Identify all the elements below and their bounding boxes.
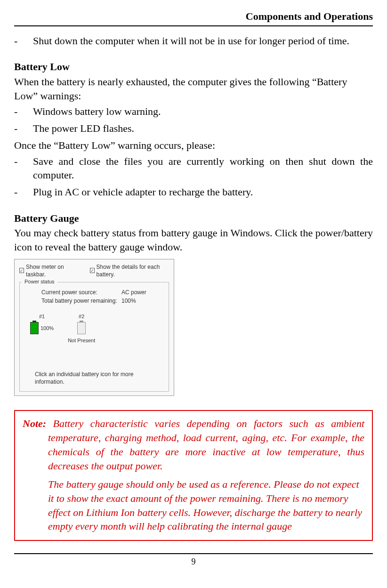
- note-text: Battery characteristic varies depending …: [48, 418, 364, 471]
- checkbox-show-details[interactable]: ✓ Show the details for each battery.: [90, 263, 169, 278]
- battery-percentage: 100%: [40, 325, 54, 332]
- checkbox-icon: ✓: [90, 268, 95, 273]
- power-status-label: Current power source:: [41, 289, 121, 296]
- page-number: 9: [192, 557, 196, 566]
- battery-id: #2: [79, 313, 84, 320]
- power-status-group: Power status Current power source: AC po…: [19, 282, 169, 392]
- power-status-value: 100%: [121, 297, 136, 305]
- dialog-hint-text: Click an individual battery icon for mor…: [24, 371, 164, 386]
- section-heading-battery-gauge: Battery Gauge: [14, 211, 373, 226]
- battery-col-1: #1 100%: [30, 313, 54, 344]
- list-item: - Windows battery low warning.: [14, 105, 373, 119]
- paragraph: Once the “Battery Low” warning occurs, p…: [14, 138, 373, 153]
- checkbox-label: Show the details for each battery.: [97, 263, 169, 278]
- note-paragraph: Note: Battery characteristic varies depe…: [23, 417, 364, 473]
- bullet-dash: -: [14, 105, 33, 119]
- page-footer: 9: [14, 553, 373, 567]
- battery-icons-row: #1 100% #2 Not Present: [24, 313, 164, 344]
- bullet-text: Windows battery low warning.: [33, 105, 373, 119]
- page-header: Components and Operations: [14, 9, 373, 26]
- battery-status: Not Present: [68, 337, 95, 344]
- power-status-label: Total battery power remaining:: [41, 297, 121, 305]
- bullet-text: Plug in AC or vehicle adapter to recharg…: [33, 185, 373, 199]
- battery-gauge-dialog: ✓ Show meter on taskbar. ✓ Show the deta…: [14, 259, 174, 396]
- power-status-value: AC power: [121, 289, 146, 296]
- dialog-checkbox-row: ✓ Show meter on taskbar. ✓ Show the deta…: [19, 263, 169, 278]
- bullet-dash: -: [14, 154, 33, 182]
- list-item: - Plug in AC or vehicle adapter to recha…: [14, 185, 373, 199]
- bullet-text: Save and close the files you are current…: [33, 154, 373, 182]
- bullet-text: The power LED flashes.: [33, 121, 373, 136]
- section-heading-battery-low: Battery Low: [14, 60, 373, 74]
- list-item: - The power LED flashes.: [14, 121, 373, 136]
- paragraph: When the battery is nearly exhausted, th…: [14, 75, 373, 103]
- battery-row: 100%: [30, 322, 54, 334]
- checkbox-label: Show meter on taskbar.: [26, 263, 78, 278]
- list-item: - Shut down the computer when it will no…: [14, 34, 373, 48]
- checkbox-show-meter[interactable]: ✓ Show meter on taskbar.: [19, 263, 78, 278]
- battery-empty-icon[interactable]: [77, 322, 86, 334]
- checkbox-icon: ✓: [19, 268, 24, 273]
- group-border-segment: [57, 282, 169, 282]
- group-border-segment: [20, 282, 22, 282]
- battery-col-2: #2 Not Present: [68, 313, 95, 344]
- battery-id: #1: [39, 313, 45, 320]
- bullet-dash: -: [14, 34, 33, 48]
- group-label: Power status: [23, 278, 56, 285]
- power-status-row: Total battery power remaining: 100%: [24, 297, 164, 305]
- bullet-dash: -: [14, 185, 33, 199]
- note-label: Note:: [23, 418, 46, 429]
- bullet-text: Shut down the computer when it will not …: [33, 34, 373, 48]
- list-item: - Save and close the files you are curre…: [14, 154, 373, 182]
- power-status-row: Current power source: AC power: [24, 289, 164, 296]
- battery-full-icon[interactable]: [30, 322, 39, 334]
- bullet-dash: -: [14, 121, 33, 136]
- paragraph: You may check battery status from batter…: [14, 226, 373, 254]
- note-box: Note: Battery characteristic varies depe…: [14, 410, 373, 541]
- note-paragraph: The battery gauge should only be used as…: [23, 477, 364, 533]
